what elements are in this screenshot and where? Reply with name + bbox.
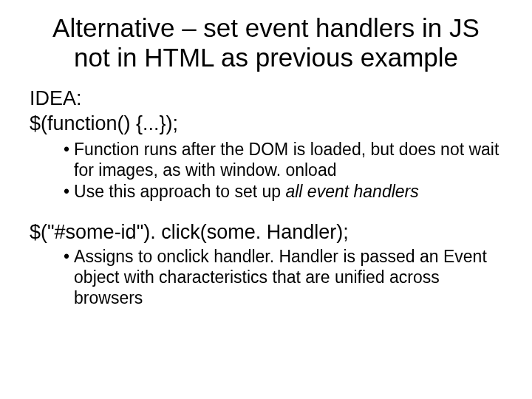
bullet-text-em: all event handlers	[285, 182, 418, 201]
bullet-icon: •	[64, 182, 74, 202]
list-item: • Assigns to onclick handler. Handler is…	[64, 247, 502, 308]
idea-bullet-list: • Function runs after the DOM is loaded,…	[30, 140, 502, 202]
slide: Alternative – set event handlers in JS n…	[0, 0, 532, 399]
idea-block: IDEA: $(function() {...}); • Function ru…	[30, 86, 502, 203]
bullet-icon: •	[64, 247, 74, 308]
title-line-1: Alternative – set event handlers in JS	[52, 13, 480, 42]
idea-code: $(function() {...});	[30, 112, 502, 135]
title-line-2: not in HTML as previous example	[74, 43, 458, 72]
bullet-text-pre: Use this approach to set up	[74, 182, 285, 201]
bullet-text: Assigns to onclick handler. Handler is p…	[74, 247, 502, 308]
idea-label: IDEA:	[30, 86, 502, 110]
bullet-text: Function runs after the DOM is loaded, b…	[74, 140, 502, 180]
list-item: • Function runs after the DOM is loaded,…	[64, 140, 502, 180]
click-code: $("#some-id"). click(some. Handler);	[30, 220, 502, 244]
click-block: $("#some-id"). click(some. Handler); • A…	[30, 220, 502, 308]
bullet-text: Use this approach to set up all event ha…	[74, 182, 502, 202]
list-item: • Use this approach to set up all event …	[64, 182, 502, 202]
slide-title: Alternative – set event handlers in JS n…	[30, 13, 502, 73]
bullet-icon: •	[64, 140, 74, 180]
click-bullet-list: • Assigns to onclick handler. Handler is…	[30, 247, 502, 308]
